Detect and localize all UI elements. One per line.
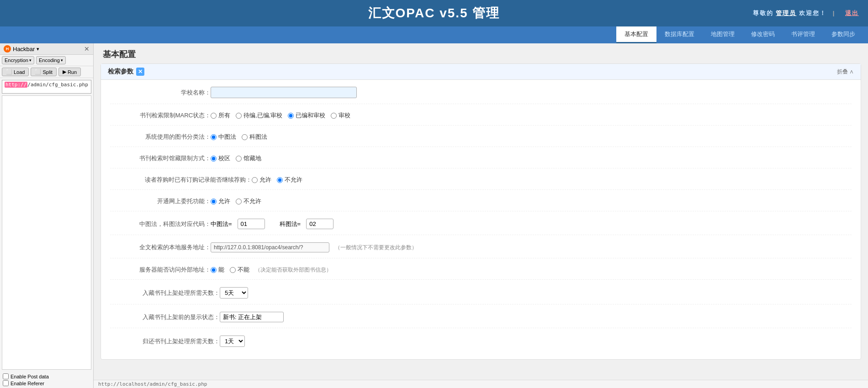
- marc-option-pending[interactable]: 待编,已编,审校: [236, 111, 282, 120]
- encryption-dropdown[interactable]: Encryption ▾: [2, 56, 34, 64]
- collapse-button[interactable]: 折叠 ∧: [837, 68, 854, 76]
- hackbar-checkboxes: Enable Post data Enable Referer: [0, 372, 93, 388]
- fulltext-url-label: 全文检索的本地服务地址：: [110, 243, 211, 252]
- classification-zhongtu[interactable]: 中图法: [211, 133, 236, 141]
- online-radio-deny[interactable]: [236, 199, 242, 204]
- online-radio-allow[interactable]: [211, 199, 217, 204]
- url-prefix: http://: [5, 82, 27, 88]
- external-radio-deny[interactable]: [230, 267, 236, 273]
- welcome-text: 欢迎您！: [799, 10, 826, 16]
- external-access-content: 能 不能 （决定能否获取外部图书信息）: [211, 266, 852, 274]
- ketu-input[interactable]: [306, 219, 333, 229]
- enable-referer-label[interactable]: Enable Referer: [3, 380, 90, 386]
- enable-post-label[interactable]: Enable Post data: [3, 373, 90, 379]
- greeting-text: 尊敬的: [753, 10, 773, 16]
- marc-option-review[interactable]: 审校: [331, 111, 350, 120]
- school-name-input[interactable]: [211, 87, 357, 98]
- search-params-card: 检索参数 ✕ 折叠 ∧ 学校名称： 书刊检索限制MARC状态：: [101, 63, 861, 360]
- collection-radio-library[interactable]: [236, 156, 242, 162]
- repeat-order-radio-deny[interactable]: [277, 177, 283, 183]
- shelving-days-select[interactable]: 5天 3天 7天 10天: [220, 287, 248, 299]
- classification-ketu[interactable]: 科图法: [242, 133, 267, 141]
- classification-radio-zhongtu[interactable]: [211, 134, 217, 140]
- bottom-url-bar: http://localhost/admin/cfg_basic.php: [94, 380, 868, 388]
- divider: |: [833, 10, 836, 16]
- tab-basic[interactable]: 基本配置: [616, 26, 656, 43]
- tab-map[interactable]: 地图管理: [703, 26, 743, 43]
- encoding-dropdown[interactable]: Encoding ▾: [36, 56, 66, 64]
- shelving-status-input[interactable]: [220, 312, 284, 322]
- nav-tabs-bar: 基本配置 数据库配置 地图管理 修改密码 书评管理 参数同步: [0, 26, 868, 43]
- classification-code-row: 中图法，科图法对应代码： 中图法= 科图法=: [110, 219, 852, 235]
- marc-radio-pending[interactable]: [236, 113, 242, 119]
- url-display[interactable]: http:///admin/cfg_basic.php: [2, 80, 91, 94]
- school-name-row: 学校名称：: [110, 87, 852, 104]
- online-delegation-label: 开通网上委托功能：: [110, 197, 211, 205]
- external-deny[interactable]: 不能: [230, 266, 249, 274]
- tab-sync[interactable]: 参数同步: [823, 26, 863, 43]
- enable-referer-checkbox[interactable]: [3, 380, 9, 386]
- hackbar-logo-icon: H: [4, 45, 11, 52]
- return-days-select[interactable]: 1天 2天 3天: [220, 336, 245, 347]
- classification-row: 系统使用的图书分类法： 中图法 科图法: [110, 133, 852, 147]
- marc-radio-approved[interactable]: [288, 113, 294, 119]
- card-header: 检索参数 ✕ 折叠 ∧: [101, 64, 861, 80]
- hackbar-panel: H Hackbar ▾ ✕ Encryption ▾ Encoding ▾ ⬜ …: [0, 43, 94, 388]
- hackbar-buttons: ⬜ Load ⬜ Split ▶ Run: [0, 66, 93, 78]
- classification-radio-ketu[interactable]: [242, 134, 248, 140]
- fulltext-url-input[interactable]: [211, 242, 329, 252]
- collection-radio-campus[interactable]: [211, 156, 217, 162]
- split-button[interactable]: ⬜ Split: [31, 68, 56, 76]
- shelving-days-label: 入藏书刊上架处理所需天数：: [110, 289, 220, 297]
- marc-option-approved[interactable]: 已编和审校: [288, 111, 325, 120]
- load-button[interactable]: ⬜ Load: [2, 68, 29, 76]
- external-radio-allow[interactable]: [211, 267, 217, 273]
- repeat-order-allow[interactable]: 允许: [252, 176, 271, 184]
- page-title: 汇文OPAC v5.5 管理: [368, 6, 500, 20]
- collection-library[interactable]: 馆藏地: [236, 154, 261, 163]
- shelving-days-row: 入藏书刊上架处理所需天数： 5天 3天 7天 10天: [110, 287, 852, 304]
- card-header-left: 检索参数 ✕: [108, 68, 144, 76]
- repeat-order-radio-allow[interactable]: [252, 177, 258, 183]
- username-link[interactable]: 管理员: [776, 10, 796, 16]
- classification-label: 系统使用的图书分类法：: [110, 133, 211, 141]
- fulltext-url-row: 全文检索的本地服务地址： （一般情况下不需要更改此参数）: [110, 242, 852, 258]
- encryption-arrow-icon: ▾: [29, 58, 32, 63]
- hackbar-close-button[interactable]: ✕: [84, 45, 90, 52]
- post-data-textarea[interactable]: [2, 95, 91, 370]
- tab-review[interactable]: 书评管理: [783, 26, 823, 43]
- chevron-down-icon: ▾: [37, 46, 39, 52]
- external-hint: （决定能否获取外部图书信息）: [255, 266, 332, 274]
- school-name-content: [211, 87, 852, 98]
- marc-option-all[interactable]: 所有: [211, 111, 230, 120]
- shelving-status-label: 入藏书刊上架前的显示状态：: [110, 313, 220, 321]
- logout-link[interactable]: 退出: [845, 10, 859, 16]
- online-allow[interactable]: 允许: [211, 197, 230, 205]
- hackbar-title-text: Hackbar: [13, 46, 35, 52]
- bottom-url-text: http://localhost/admin/cfg_basic.php: [98, 381, 207, 387]
- tab-password[interactable]: 修改密码: [743, 26, 783, 43]
- external-access-label: 服务器能否访问外部地址：: [110, 266, 211, 274]
- return-days-row: 归还书刊上架处理所需天数： 1天 2天 3天: [110, 336, 852, 352]
- tab-database[interactable]: 数据库配置: [656, 26, 703, 43]
- repeat-order-deny[interactable]: 不允许: [277, 176, 302, 184]
- marc-status-label: 书刊检索限制MARC状态：: [110, 111, 211, 120]
- marc-radio-review[interactable]: [331, 113, 337, 119]
- hackbar-toolbar: Encryption ▾ Encoding ▾: [0, 55, 93, 66]
- card-info-icon[interactable]: ✕: [136, 68, 144, 76]
- external-allow[interactable]: 能: [211, 266, 224, 274]
- run-icon: ▶: [63, 69, 66, 75]
- marc-radio-all[interactable]: [211, 113, 217, 119]
- hackbar-header: H Hackbar ▾ ✕: [0, 43, 93, 55]
- collection-campus[interactable]: 校区: [211, 154, 230, 163]
- repeat-order-row: 读者荐购时已有订购记录能否继续荐购： 允许 不允许: [110, 176, 852, 190]
- online-deny[interactable]: 不允许: [236, 197, 261, 205]
- page-header: 汇文OPAC v5.5 管理 尊敬的 管理员 欢迎您！ | 退出: [0, 0, 868, 26]
- run-button[interactable]: ▶ Run: [58, 68, 81, 76]
- marc-status-row: 书刊检索限制MARC状态： 所有 待编,已编,审校 已编和审校: [110, 111, 852, 126]
- shelving-days-content: 5天 3天 7天 10天: [220, 287, 852, 299]
- classification-content: 中图法 科图法: [211, 133, 852, 141]
- enable-post-checkbox[interactable]: [3, 373, 9, 379]
- zhongtu-input[interactable]: [238, 219, 265, 229]
- fulltext-url-content: （一般情况下不需要更改此参数）: [211, 242, 852, 252]
